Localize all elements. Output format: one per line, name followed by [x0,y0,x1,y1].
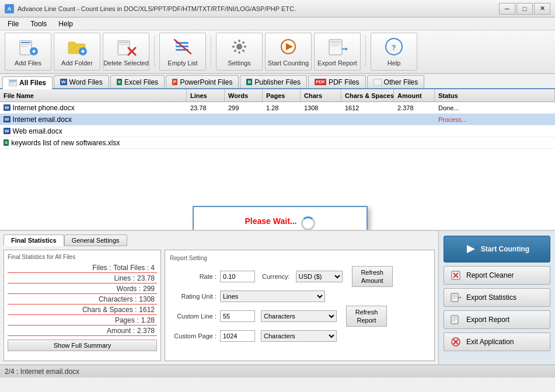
words-cell: 299 [225,102,263,113]
export-report-right-button[interactable]: Export Report [444,310,550,329]
show-full-summary-button[interactable]: Show Full Summary [8,340,157,351]
custom-page-row: Custom Page : Characters Words [170,330,430,342]
add-files-icon [18,36,39,57]
tab-pdf-files[interactable]: PDF PDF Files [308,75,366,88]
toolbar-separator-3 [365,36,366,68]
svg-text:?: ? [392,44,396,52]
settings-button[interactable]: Settings [216,33,263,71]
col-header-amount: Amount [394,89,435,102]
processing-title-row: Please Wait... [203,216,357,230]
word-tab-icon: W [60,79,67,85]
file-name-cell: X keywords list of new softwares.xlsx [0,137,187,148]
custom-line-unit-select[interactable]: Characters Words [261,310,337,322]
stats-value-chars-spaces: 1612 [139,306,155,314]
right-start-counting-button[interactable]: Start Counting [444,236,550,262]
tab-powerpoint-files-label: PowerPoint Files [180,78,232,86]
minimize-button[interactable]: ─ [499,3,515,15]
menu-file[interactable]: File [2,18,24,30]
pub-tab-icon: B [246,79,252,85]
menu-help[interactable]: Help [53,18,78,30]
tab-other-files[interactable]: Other Files [367,75,425,88]
toolbar-separator-1 [154,36,155,68]
export-report-button[interactable]: Export Report [314,33,361,71]
svg-rect-6 [33,50,34,53]
rating-unit-row: Rating Unit : Lines Words Characters [170,290,430,302]
rate-label: Rate : [170,273,217,280]
all-files-tab-icon [9,79,17,86]
export-statistics-button[interactable]: Export Statistics [444,288,550,307]
stats-label-amount: Amount : [107,327,135,335]
table-row[interactable]: W Internet email.docx Process... [0,114,555,125]
svg-point-19 [236,44,242,50]
currency-select[interactable]: USD ($) EUR (€) GBP (£) [296,271,343,282]
stats-box-title: Final Statistics for All Files [8,254,157,260]
tab-excel-files[interactable]: X Excel Files [110,75,165,88]
svg-rect-3 [21,46,28,47]
stats-label-lines: Lines : [114,274,135,282]
amount-cell [394,114,435,125]
stats-row-characters: Characters : 1308 [8,294,157,304]
svg-rect-42 [374,79,382,86]
close-button[interactable]: ✕ [534,3,550,15]
add-files-button[interactable]: Add Files [5,33,51,71]
tab-all-files[interactable]: All Files [2,76,53,89]
delete-selected-button[interactable]: Delete Selected [103,33,149,71]
stats-label-words: Words : [117,285,141,293]
stats-label-chars-spaces: Chars & Spaces : [82,306,137,314]
rate-input[interactable] [220,271,255,282]
word-file-icon: W [4,116,11,123]
status-cell: Done... [435,102,555,113]
svg-rect-12 [119,44,128,45]
col-header-words: Words [225,89,263,102]
col-header-chars: Chars [301,89,341,102]
stats-row-chars-spaces: Chars & Spaces : 1612 [8,304,157,315]
add-folder-icon [67,36,88,57]
rate-row: Rate : Currency: USD ($) EUR (€) GBP (£)… [170,266,430,287]
add-folder-button[interactable]: Add Folder [54,33,100,71]
refresh-amount-button[interactable]: Refresh Amount [352,266,393,287]
svg-rect-9 [82,50,83,53]
tab-final-statistics[interactable]: Final Statistics [4,235,64,246]
settings-icon [229,36,250,57]
tab-general-settings[interactable]: General Settings [64,235,127,246]
title-bar: A Advance Line Count - Count Lines in DO… [0,0,555,18]
report-cleaner-button[interactable]: Report Cleaner [444,266,550,285]
right-panel: Start Counting Report Cleaner [438,231,555,365]
custom-line-input[interactable] [220,310,255,322]
custom-page-unit-select[interactable]: Characters Words [261,330,337,342]
empty-list-button[interactable]: Empty List [159,33,206,71]
add-folder-label: Add Folder [61,60,93,67]
tab-word-files-label: Word Files [69,78,103,86]
settings-label: Settings [228,60,251,67]
custom-page-input[interactable] [220,330,255,342]
refresh-report-button[interactable]: Refresh Report [346,306,387,327]
menu-bar: File Tools Help [0,18,555,30]
table-row[interactable]: X keywords list of new softwares.xlsx [0,137,555,149]
tab-powerpoint-files[interactable]: P PowerPoint Files [166,75,239,88]
tab-publisher-files[interactable]: B Publisher Files [240,75,306,88]
col-header-pages: Pages [263,89,301,102]
chars-spaces-cell: 1612 [341,102,394,113]
svg-rect-40 [9,82,16,83]
rating-unit-select[interactable]: Lines Words Characters [220,290,325,302]
maximize-button[interactable]: □ [516,3,533,15]
stats-row-lines: Lines : 23.78 [8,273,157,284]
tab-word-files[interactable]: W Word Files [54,75,109,88]
tab-publisher-files-label: Publisher Files [254,78,301,86]
lines-cell [187,114,225,125]
help-button[interactable]: ? Help [371,33,417,71]
file-name-cell: W Internet email.docx [0,114,187,125]
pages-cell [263,114,301,125]
table-row[interactable]: W Internet phone.docx 23.78 299 1.28 130… [0,102,555,114]
table-row[interactable]: W Web email.docx [0,125,555,137]
col-header-lines: Lines [187,89,225,102]
svg-marker-52 [460,296,461,299]
file-type-tabs: All Files W Word Files X Excel Files P P… [0,74,555,89]
menu-tools[interactable]: Tools [25,18,52,30]
bottom-area: Final Statistics General Settings Final … [0,230,555,365]
custom-page-label: Custom Page : [170,332,217,340]
file-list-area: File Name Lines Words Pages Chars Chars … [0,89,555,230]
exit-application-button[interactable]: Exit Application [444,332,550,351]
export-report-label: Export Report [317,60,357,67]
start-counting-button[interactable]: Start Counting [265,33,312,71]
